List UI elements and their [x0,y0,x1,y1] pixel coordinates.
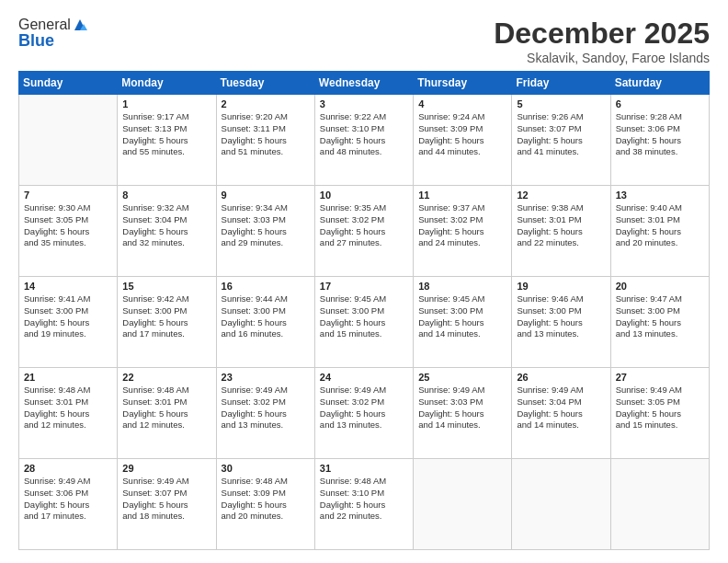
day-info: Sunrise: 9:49 AM Sunset: 3:06 PM Dayligh… [24,476,112,523]
table-cell: 5Sunrise: 9:26 AM Sunset: 3:07 PM Daylig… [512,95,610,186]
day-number: 11 [418,190,506,201]
day-info: Sunrise: 9:45 AM Sunset: 3:00 PM Dayligh… [418,293,506,340]
table-cell: 21Sunrise: 9:48 AM Sunset: 3:01 PM Dayli… [19,368,118,459]
day-info: Sunrise: 9:44 AM Sunset: 3:00 PM Dayligh… [222,293,310,340]
day-number: 3 [320,98,408,109]
day-info: Sunrise: 9:30 AM Sunset: 3:05 PM Dayligh… [24,202,112,249]
table-cell: 7Sunrise: 9:30 AM Sunset: 3:05 PM Daylig… [19,186,118,277]
day-info: Sunrise: 9:38 AM Sunset: 3:01 PM Dayligh… [517,202,605,249]
day-info: Sunrise: 9:48 AM Sunset: 3:09 PM Dayligh… [222,476,310,523]
table-cell: 19Sunrise: 9:46 AM Sunset: 3:00 PM Dayli… [512,277,610,368]
day-info: Sunrise: 9:49 AM Sunset: 3:04 PM Dayligh… [517,385,605,431]
day-number: 1 [122,98,210,109]
day-number: 22 [122,372,210,383]
table-cell: 16Sunrise: 9:44 AM Sunset: 3:00 PM Dayli… [216,277,314,368]
day-number: 15 [122,281,210,292]
day-number: 16 [222,281,310,292]
day-number: 13 [616,190,704,201]
day-number: 31 [320,463,408,474]
header: General Blue December 2025 Skalavik, San… [18,17,710,65]
logo: General Blue [18,17,87,51]
day-number: 7 [24,190,112,201]
day-number: 24 [320,372,408,383]
day-info: Sunrise: 9:20 AM Sunset: 3:11 PM Dayligh… [222,111,310,158]
table-cell: 14Sunrise: 9:41 AM Sunset: 3:00 PM Dayli… [19,277,118,368]
table-cell: 2Sunrise: 9:20 AM Sunset: 3:11 PM Daylig… [216,95,314,186]
day-number: 27 [616,372,704,383]
col-wednesday: Wednesday [314,72,413,95]
table-cell: 15Sunrise: 9:42 AM Sunset: 3:00 PM Dayli… [118,277,216,368]
table-cell: 10Sunrise: 9:35 AM Sunset: 3:02 PM Dayli… [314,186,413,277]
day-number: 9 [222,190,310,201]
table-cell: 22Sunrise: 9:48 AM Sunset: 3:01 PM Dayli… [118,368,216,459]
day-info: Sunrise: 9:48 AM Sunset: 3:10 PM Dayligh… [320,476,408,523]
day-info: Sunrise: 9:47 AM Sunset: 3:00 PM Dayligh… [616,293,704,340]
day-number: 28 [24,463,112,474]
day-info: Sunrise: 9:49 AM Sunset: 3:05 PM Dayligh… [616,385,704,431]
col-friday: Friday [512,72,610,95]
month-title: December 2025 [494,17,710,51]
day-info: Sunrise: 9:28 AM Sunset: 3:06 PM Dayligh… [616,111,704,158]
table-cell: 4Sunrise: 9:24 AM Sunset: 3:09 PM Daylig… [414,95,512,186]
table-cell: 6Sunrise: 9:28 AM Sunset: 3:06 PM Daylig… [610,95,709,186]
table-cell: 26Sunrise: 9:49 AM Sunset: 3:04 PM Dayli… [512,368,610,459]
day-info: Sunrise: 9:49 AM Sunset: 3:07 PM Dayligh… [122,476,210,523]
day-number: 26 [517,372,605,383]
col-sunday: Sunday [19,72,118,95]
day-number: 18 [418,281,506,292]
day-number: 2 [222,98,310,109]
table-cell: 23Sunrise: 9:49 AM Sunset: 3:02 PM Dayli… [216,368,314,459]
col-tuesday: Tuesday [216,72,314,95]
day-info: Sunrise: 9:49 AM Sunset: 3:02 PM Dayligh… [320,385,408,431]
day-number: 23 [222,372,310,383]
table-cell: 30Sunrise: 9:48 AM Sunset: 3:09 PM Dayli… [216,459,314,550]
table-cell: 25Sunrise: 9:49 AM Sunset: 3:03 PM Dayli… [414,368,512,459]
day-number: 21 [24,372,112,383]
table-cell: 1Sunrise: 9:17 AM Sunset: 3:13 PM Daylig… [118,95,216,186]
calendar-week-row: 7Sunrise: 9:30 AM Sunset: 3:05 PM Daylig… [19,186,710,277]
day-info: Sunrise: 9:17 AM Sunset: 3:13 PM Dayligh… [122,111,210,158]
day-info: Sunrise: 9:35 AM Sunset: 3:02 PM Dayligh… [320,202,408,249]
table-cell: 13Sunrise: 9:40 AM Sunset: 3:01 PM Dayli… [610,186,709,277]
calendar-week-row: 14Sunrise: 9:41 AM Sunset: 3:00 PM Dayli… [19,277,710,368]
table-cell [512,459,610,550]
day-info: Sunrise: 9:48 AM Sunset: 3:01 PM Dayligh… [122,385,210,431]
day-number: 6 [616,98,704,109]
day-info: Sunrise: 9:49 AM Sunset: 3:03 PM Dayligh… [418,385,506,431]
table-cell: 17Sunrise: 9:45 AM Sunset: 3:00 PM Dayli… [314,277,413,368]
day-number: 4 [418,98,506,109]
table-cell: 8Sunrise: 9:32 AM Sunset: 3:04 PM Daylig… [118,186,216,277]
calendar-table: Sunday Monday Tuesday Wednesday Thursday… [18,71,710,550]
col-thursday: Thursday [414,72,512,95]
location: Skalavik, Sandoy, Faroe Islands [494,51,710,65]
table-cell: 27Sunrise: 9:49 AM Sunset: 3:05 PM Dayli… [610,368,709,459]
day-info: Sunrise: 9:45 AM Sunset: 3:00 PM Dayligh… [320,293,408,340]
table-cell [610,459,709,550]
day-info: Sunrise: 9:41 AM Sunset: 3:00 PM Dayligh… [24,293,112,340]
day-info: Sunrise: 9:24 AM Sunset: 3:09 PM Dayligh… [418,111,506,158]
table-cell: 9Sunrise: 9:34 AM Sunset: 3:03 PM Daylig… [216,186,314,277]
day-info: Sunrise: 9:22 AM Sunset: 3:10 PM Dayligh… [320,111,408,158]
day-number: 12 [517,190,605,201]
day-number: 8 [122,190,210,201]
day-number: 5 [517,98,605,109]
table-cell: 11Sunrise: 9:37 AM Sunset: 3:02 PM Dayli… [414,186,512,277]
col-saturday: Saturday [610,72,709,95]
day-info: Sunrise: 9:37 AM Sunset: 3:02 PM Dayligh… [418,202,506,249]
table-cell [414,459,512,550]
col-monday: Monday [118,72,216,95]
day-number: 19 [517,281,605,292]
day-info: Sunrise: 9:48 AM Sunset: 3:01 PM Dayligh… [24,385,112,431]
day-number: 10 [320,190,408,201]
calendar-week-row: 28Sunrise: 9:49 AM Sunset: 3:06 PM Dayli… [19,459,710,550]
table-cell: 31Sunrise: 9:48 AM Sunset: 3:10 PM Dayli… [314,459,413,550]
table-cell: 28Sunrise: 9:49 AM Sunset: 3:06 PM Dayli… [19,459,118,550]
table-cell: 24Sunrise: 9:49 AM Sunset: 3:02 PM Dayli… [314,368,413,459]
day-info: Sunrise: 9:32 AM Sunset: 3:04 PM Dayligh… [122,202,210,249]
table-cell: 20Sunrise: 9:47 AM Sunset: 3:00 PM Dayli… [610,277,709,368]
table-cell: 18Sunrise: 9:45 AM Sunset: 3:00 PM Dayli… [414,277,512,368]
page: General Blue December 2025 Skalavik, San… [0,0,728,563]
day-number: 30 [222,463,310,474]
title-block: December 2025 Skalavik, Sandoy, Faroe Is… [494,17,710,65]
day-number: 17 [320,281,408,292]
